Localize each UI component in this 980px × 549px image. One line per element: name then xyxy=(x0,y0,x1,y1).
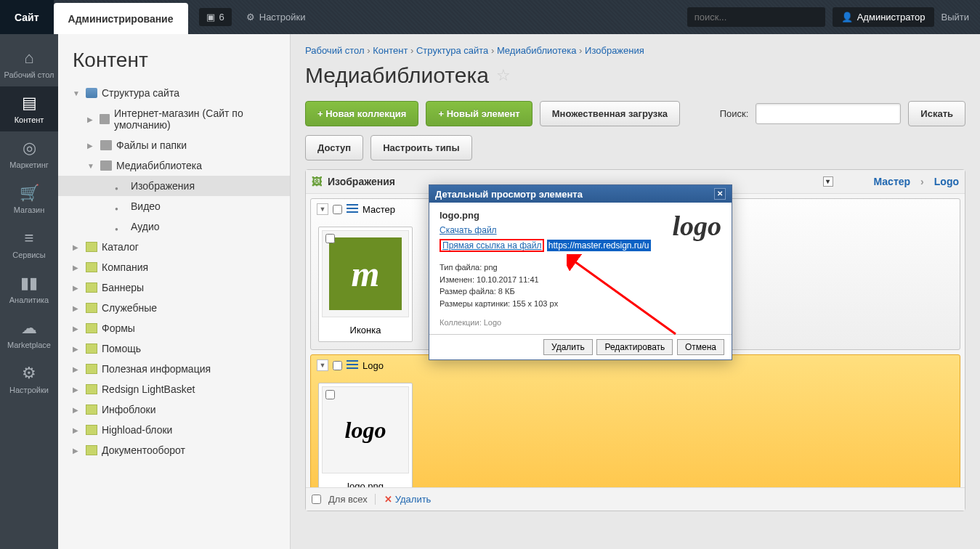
crumb-logo[interactable]: Logo xyxy=(934,176,959,187)
logout-link[interactable]: Выйти xyxy=(941,12,970,23)
crumb-link[interactable]: Структура сайта xyxy=(416,45,488,56)
rail-item-Аналитика[interactable]: ▮▮Аналитика xyxy=(0,267,58,312)
folder-icon xyxy=(86,282,97,293)
expand-icon[interactable]: ▶ xyxy=(73,264,81,272)
expand-icon[interactable]: ▶ xyxy=(73,447,81,455)
delete-selected[interactable]: ✕ Удалить xyxy=(375,494,432,505)
tree-node[interactable]: ▶Формы xyxy=(58,318,290,338)
tree-node[interactable]: Изображения xyxy=(58,176,290,196)
bulk-upload-button[interactable]: Множественная загрузка xyxy=(540,101,680,126)
crumb-link[interactable]: Медиабиблиотека xyxy=(497,45,577,56)
rail-item-Маркетинг[interactable]: ◎Маркетинг xyxy=(0,131,58,176)
notifications[interactable]: ▣ 6 xyxy=(199,8,232,26)
crumb-master[interactable]: Мастер xyxy=(874,176,911,187)
rail-icon: ⚙ xyxy=(0,364,58,383)
modal-header[interactable]: Детальный просмотр элемента ✕ xyxy=(429,185,732,203)
tree-node[interactable]: ▶Служебные xyxy=(58,298,290,318)
media-thumb[interactable]: logologo.png xyxy=(318,383,413,498)
expand-icon[interactable]: ▶ xyxy=(87,115,95,123)
collection-checkbox[interactable] xyxy=(333,205,342,214)
user-icon: 👤 xyxy=(841,12,853,23)
search-input[interactable] xyxy=(687,7,825,27)
tree-node[interactable]: ▼Структура сайта xyxy=(58,83,290,103)
expand-icon[interactable]: ▶ xyxy=(73,284,81,292)
collapse-icon[interactable]: ▼ xyxy=(317,359,328,371)
expand-icon[interactable]: ▼ xyxy=(73,89,81,97)
tree-node[interactable]: Аудио xyxy=(58,216,290,237)
thumb-checkbox[interactable] xyxy=(325,234,335,243)
crumb-link[interactable]: Контент xyxy=(373,45,408,56)
tree-node[interactable]: ▶Инфоблоки xyxy=(58,399,290,420)
new-element-button[interactable]: Новый элемент xyxy=(426,101,532,126)
expand-icon[interactable]: ▶ xyxy=(73,345,81,353)
cancel-button[interactable]: Отмена xyxy=(677,339,724,355)
expand-icon[interactable]: ▶ xyxy=(73,325,81,333)
tree-node[interactable]: ▶Highload-блоки xyxy=(58,420,290,440)
chevron-down-icon[interactable]: ▾ xyxy=(823,176,833,187)
expand-icon[interactable]: ▶ xyxy=(73,243,81,251)
expand-icon[interactable]: ▶ xyxy=(73,365,81,373)
gear-icon: ⚙ xyxy=(246,12,255,23)
tree-node[interactable]: ▶Компания xyxy=(58,257,290,277)
rail-icon: ◎ xyxy=(0,139,58,158)
folder-icon xyxy=(115,221,126,232)
favorite-star-icon[interactable]: ☆ xyxy=(496,66,511,85)
select-all-checkbox[interactable] xyxy=(312,495,321,504)
rail-item-Сервисы[interactable]: ≡Сервисы xyxy=(0,221,58,267)
tree-node[interactable]: ▶Redsign LightBasket xyxy=(58,379,290,399)
modal-footer: Удалить Редактировать Отмена xyxy=(429,334,732,359)
thumb-caption: Иконка xyxy=(322,322,409,338)
collection: ▼Logologologo.png xyxy=(310,354,960,506)
tree-node[interactable]: ▶Помощь xyxy=(58,338,290,359)
rail-item-Контент[interactable]: ▤Контент xyxy=(0,86,58,131)
edit-button[interactable]: Редактировать xyxy=(596,339,673,355)
close-icon[interactable]: ✕ xyxy=(714,188,726,200)
search-button[interactable]: Искать xyxy=(908,101,965,126)
content-tree: Контент ▼Структура сайта▶Интернет-магази… xyxy=(58,34,291,549)
media-thumb[interactable]: mИконка xyxy=(318,227,413,342)
new-collection-button[interactable]: Новая коллекция xyxy=(305,101,418,126)
select-all-label: Для всех xyxy=(328,494,368,505)
tree-node[interactable]: ▶Каталог xyxy=(58,237,290,257)
tree-node[interactable]: ▶Полезная информация xyxy=(58,359,290,379)
collection-checkbox[interactable] xyxy=(333,361,342,370)
collapse-icon[interactable]: ▼ xyxy=(317,203,328,215)
expand-icon[interactable]: ▶ xyxy=(73,304,81,312)
folder-icon xyxy=(100,114,110,124)
settings-link[interactable]: ⚙ Настройки xyxy=(246,12,306,23)
rail-item-Marketplace[interactable]: ☁Marketplace xyxy=(0,312,58,357)
tab-site[interactable]: Сайт xyxy=(0,0,54,34)
types-button[interactable]: Настроить типы xyxy=(370,135,471,160)
folder-icon xyxy=(115,201,126,211)
collection-dropdown[interactable]: Изображения xyxy=(328,176,395,187)
direct-link[interactable]: Прямая ссылка на файл xyxy=(440,239,544,252)
notif-count: 6 xyxy=(219,12,224,23)
folder-icon xyxy=(86,343,97,354)
url-text[interactable]: https://master.redsign.ru/u xyxy=(547,240,651,251)
expand-icon[interactable]: ▶ xyxy=(73,406,81,414)
rail-item-Рабочий стол[interactable]: ⌂Рабочий стол xyxy=(0,41,58,86)
tree-node[interactable]: ▶Документооборот xyxy=(58,440,290,460)
breadcrumb: Рабочий стол › Контент › Структура сайта… xyxy=(305,45,965,56)
crumb-link[interactable]: Изображения xyxy=(585,45,644,56)
tab-admin[interactable]: Администрирование xyxy=(54,3,188,34)
rail-item-Настройки[interactable]: ⚙Настройки xyxy=(0,357,58,402)
tree-node[interactable]: ▶Файлы и папки xyxy=(58,135,290,155)
rail-item-Магазин[interactable]: 🛒Магазин xyxy=(0,176,58,221)
thumb-checkbox[interactable] xyxy=(325,390,335,399)
expand-icon[interactable]: ▼ xyxy=(87,162,96,170)
tree-node[interactable]: ▶Интернет-магазин (Сайт по умолчанию) xyxy=(58,103,290,135)
rail-icon: ≡ xyxy=(0,229,58,248)
expand-icon[interactable]: ▶ xyxy=(73,426,81,434)
tree-node[interactable]: ▶Баннеры xyxy=(58,277,290,298)
search-label: Поиск: xyxy=(720,108,749,119)
user-menu[interactable]: 👤 Администратор xyxy=(833,7,934,27)
tree-node[interactable]: ▼Медиабиблиотека xyxy=(58,155,290,176)
panel-search-input[interactable] xyxy=(756,103,901,124)
access-button[interactable]: Доступ xyxy=(305,135,363,160)
expand-icon[interactable]: ▶ xyxy=(73,386,81,394)
expand-icon[interactable]: ▶ xyxy=(87,142,96,150)
crumb-link[interactable]: Рабочий стол xyxy=(305,45,365,56)
delete-button[interactable]: Удалить xyxy=(543,339,593,355)
tree-node[interactable]: Видео xyxy=(58,196,290,216)
